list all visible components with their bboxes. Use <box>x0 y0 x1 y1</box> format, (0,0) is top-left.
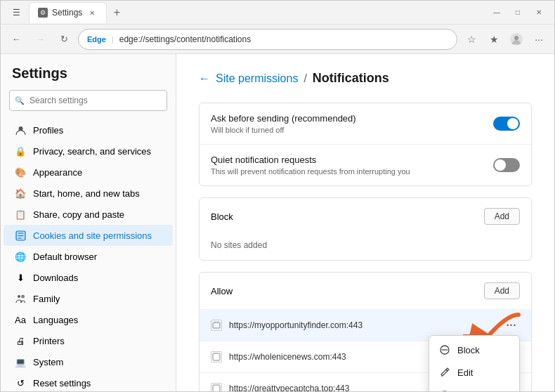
svg-point-6 <box>21 294 25 298</box>
page-header: ← Site permissions / Notifications <box>199 71 532 86</box>
back-btn[interactable]: ← <box>6 30 26 49</box>
sidebar-item-label: Reset settings <box>33 378 91 388</box>
sidebar-item-privacy[interactable]: 🔒 Privacy, search, and services <box>4 141 173 162</box>
quiet-notification-info: Quiet notification requests This will pr… <box>211 155 410 176</box>
context-menu-block[interactable]: Block <box>429 339 519 361</box>
ask-toggle[interactable] <box>493 117 520 131</box>
sidebar-toggle-btn[interactable]: ☰ <box>6 3 26 22</box>
allow-section-header: Allow Add <box>200 273 531 309</box>
svg-rect-12 <box>213 353 220 360</box>
cookies-icon <box>15 230 26 241</box>
back-btn-content[interactable]: ← <box>199 72 210 85</box>
tab-label: Settings <box>52 8 82 18</box>
sidebar-item-languages[interactable]: Aa Languages <box>4 309 173 330</box>
refresh-btn[interactable]: ↻ <box>54 30 74 49</box>
quiet-notification-label: Quiet notification requests <box>211 155 410 165</box>
new-tab-btn[interactable]: + <box>108 4 125 21</box>
allow-add-btn[interactable]: Add <box>484 282 520 299</box>
favorites-icon[interactable]: ★ <box>484 30 504 49</box>
breadcrumb-link[interactable]: Site permissions <box>216 72 298 85</box>
block-section-header: Block Add <box>200 198 531 235</box>
address-divider: | <box>112 35 114 44</box>
svg-point-5 <box>18 295 20 298</box>
printers-icon: 🖨 <box>15 335 26 346</box>
svg-rect-8 <box>213 322 220 328</box>
sidebar-item-printers[interactable]: 🖨 Printers <box>4 330 173 351</box>
more-menu-btn[interactable]: ··· <box>529 30 549 49</box>
tab-close-btn[interactable]: ✕ <box>86 7 98 18</box>
site-url-1: https://myopportunityfinder.com:443 <box>229 320 496 330</box>
ask-before-sending-row: Ask before sending (recommended) Will bl… <box>200 103 531 145</box>
active-tab[interactable]: ⚙ Settings ✕ <box>29 2 107 23</box>
quiet-notification-desc: This will prevent notification requests … <box>211 167 410 176</box>
sidebar-item-label: Languages <box>33 315 78 325</box>
allow-card: Allow Add <box>199 272 532 391</box>
sidebar-item-label: Cookies and site permissions <box>33 230 152 241</box>
tab-favicon: ⚙ <box>38 8 48 18</box>
sidebar-item-cookies[interactable]: Cookies and site permissions <box>4 225 173 246</box>
page-title: Notifications <box>313 71 389 86</box>
edit-icon <box>439 367 450 378</box>
sidebar-item-label: Appearance <box>33 167 82 178</box>
block-label: Block <box>211 211 233 222</box>
block-icon <box>439 344 450 355</box>
sidebar-title: Settings <box>1 65 176 90</box>
ask-before-sending-info: Ask before sending (recommended) Will bl… <box>211 113 356 134</box>
sidebar-item-label: Default browser <box>33 251 97 262</box>
ask-toggle-knob <box>507 118 518 129</box>
system-icon: 💻 <box>15 356 26 367</box>
content-area: ← Site permissions / Notifications Ask b… <box>176 54 554 391</box>
share-copy-icon: 📋 <box>15 209 26 220</box>
window-controls: — □ ✕ <box>487 6 549 20</box>
close-btn[interactable]: ✕ <box>529 6 549 20</box>
forward-btn[interactable]: → <box>30 30 50 49</box>
context-menu-edit[interactable]: Edit <box>429 361 519 384</box>
minimize-btn[interactable]: — <box>487 6 507 20</box>
site-row-1: https://myopportunityfinder.com:443 ··· … <box>200 309 531 341</box>
sidebar-item-label: Downloads <box>33 273 78 283</box>
tab-area: ☰ ⚙ Settings ✕ + <box>6 2 487 23</box>
family-icon <box>15 293 26 304</box>
ask-before-sending-desc: Will block if turned off <box>211 126 356 134</box>
sidebar-item-profiles[interactable]: Profiles <box>4 119 173 141</box>
collections-icon[interactable]: ☆ <box>462 30 481 49</box>
block-card: Block Add No sites added <box>199 197 532 261</box>
nav-icons: ☆ ★ ··· <box>462 30 549 49</box>
address-bar[interactable]: Edge | edge://settings/content/notificat… <box>78 29 457 50</box>
nav-bar: ← → ↻ Edge | edge://settings/content/not… <box>1 25 554 54</box>
sidebar-item-label: Start, home, and new tabs <box>33 188 140 199</box>
remove-icon <box>439 389 450 391</box>
title-bar: ☰ ⚙ Settings ✕ + — □ ✕ <box>1 1 554 25</box>
context-menu-remove[interactable]: Remove <box>429 384 519 391</box>
more-options-btn-1[interactable]: ··· <box>503 317 520 334</box>
sidebar-item-default-browser[interactable]: 🌐 Default browser <box>4 246 173 267</box>
appearance-icon: 🎨 <box>15 166 26 178</box>
sidebar-item-system[interactable]: 💻 System <box>4 351 173 372</box>
sidebar-item-appearance[interactable]: 🎨 Appearance <box>4 162 173 183</box>
profile-icon[interactable] <box>507 30 526 49</box>
sidebar-item-reset[interactable]: ↺ Reset settings <box>4 372 173 391</box>
search-box: 🔍 <box>9 90 167 111</box>
reset-icon: ↺ <box>15 377 26 388</box>
quiet-notification-row: Quiet notification requests This will pr… <box>200 145 531 185</box>
site-icon-1 <box>211 320 222 331</box>
context-menu: Block Edit Remove <box>429 335 520 391</box>
default-browser-icon: 🌐 <box>15 251 26 262</box>
ask-before-sending-card: Ask before sending (recommended) Will bl… <box>199 103 532 186</box>
sidebar-item-family[interactable]: Family <box>4 288 173 309</box>
site-icon-2 <box>211 351 222 362</box>
sidebar-item-start-home[interactable]: 🏠 Start, home, and new tabs <box>4 183 173 204</box>
sidebar-item-label: Profiles <box>33 125 63 136</box>
privacy-icon: 🔒 <box>15 145 26 157</box>
search-input[interactable] <box>9 90 167 111</box>
sidebar-item-label: Family <box>33 294 60 304</box>
start-home-icon: 🏠 <box>15 188 26 199</box>
maximize-btn[interactable]: □ <box>508 6 528 20</box>
block-add-btn[interactable]: Add <box>484 208 520 225</box>
sidebar-item-label: Share, copy and paste <box>33 209 124 220</box>
sidebar-item-downloads[interactable]: ⬇ Downloads <box>4 267 173 288</box>
sidebar-item-share-copy[interactable]: 📋 Share, copy and paste <box>4 204 173 225</box>
quiet-toggle[interactable] <box>493 158 520 172</box>
sidebar: Settings 🔍 Profiles 🔒 Privacy, search, a… <box>1 54 176 391</box>
languages-icon: Aa <box>15 314 26 325</box>
